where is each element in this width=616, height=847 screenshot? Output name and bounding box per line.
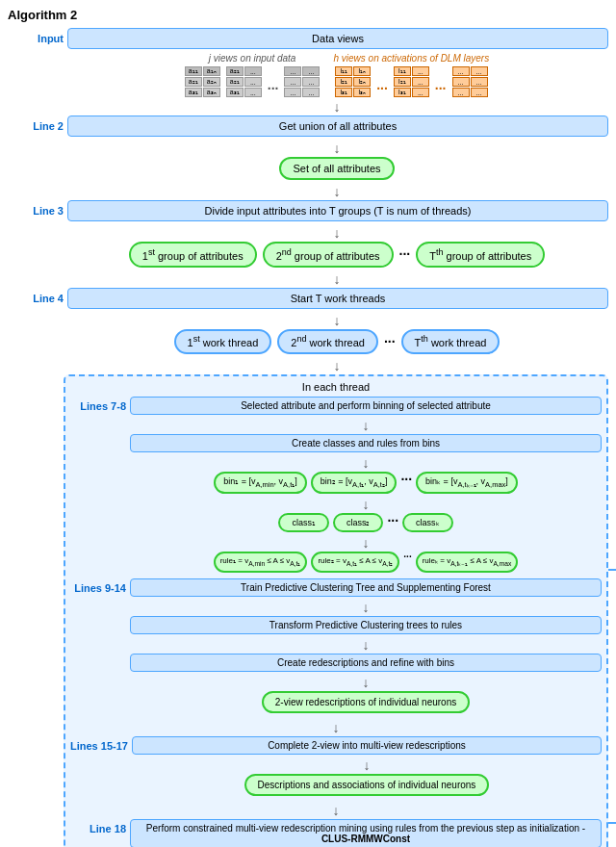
desc-assoc-neurons-row: Descriptions and associations of individ… (132, 774, 602, 796)
lines914-block: Lines 9-14 Train Predictive Clustering T… (70, 578, 602, 717)
input-box: Data views (67, 28, 608, 49)
arrow-13: ↓ (130, 637, 602, 653)
set-all-attrs-oval: Set of all attributes (279, 157, 394, 180)
threads-dots: ··· (384, 334, 396, 349)
lines914-box1: Train Predictive Clustering Tree and Sup… (130, 578, 602, 597)
lines1517-label: Lines 15-17 (70, 736, 128, 752)
view-table-1: a₁₁a₁ₙ a₂₁a₂ₙ a₃₁a₃ₙ (185, 66, 220, 97)
group1-oval: 1st group of attributes (129, 242, 257, 268)
thread1-label: 1st work thread (188, 337, 259, 348)
view-table-o1: l₁₁l₁ₙ l₂₁l₂ₙ l₃₁l₃ₙ (335, 66, 371, 97)
in-each-thread-label: In each thread (70, 381, 602, 393)
lines1517-box: Complete 2-view into multi-view redescri… (132, 736, 602, 755)
view-table-2: a₂₁... a₂₁... a₃₁... (226, 66, 262, 97)
line18-box: Perform constrained multi-view redescrip… (130, 819, 602, 847)
line4-box: Start T work threads (67, 288, 608, 309)
lines78-block: Lines 7-8 Selected attribute and perform… (70, 397, 602, 575)
class2-oval: class₂ (333, 513, 384, 532)
view-table-oh: ...... ...... ...... (452, 66, 488, 97)
lines914-label: Lines 9-14 (70, 578, 126, 594)
two-view-row: 2-view redescriptions of individual neur… (130, 691, 602, 713)
lines78-box1: Selected attribute and perform binning o… (130, 397, 602, 415)
rules-row: rule₁ = vA,min ≤ A ≤ vA,t₁ rule₂ = vA,t₁… (130, 552, 602, 573)
arrow-1: ↓ (65, 99, 608, 115)
bin1-oval: bin₁ = [vA,min, vA,t₁] (214, 472, 307, 494)
line3-row: Line 3 Divide input attributes into T gr… (8, 200, 608, 221)
view-table-o2: l₁₁... l₂₁... l₃₁... (394, 66, 429, 97)
line2-row: Line 2 Get union of all attributes (8, 116, 608, 137)
arrow-3: ↓ (65, 184, 608, 199)
line4-label: Line 4 (8, 293, 64, 304)
arrow-12: ↓ (130, 600, 602, 615)
lines78-boxes: Selected attribute and perform binning o… (130, 397, 602, 415)
arrow-16: ↓ (132, 757, 602, 773)
groups-dots: ··· (399, 246, 411, 262)
line2-box: Get union of all attributes (67, 116, 608, 137)
classk-oval: classₖ (402, 513, 453, 532)
groupT-oval: Tth group of attributes (416, 242, 545, 268)
rules-dots: ··· (403, 552, 411, 573)
arrow-17: ↓ (70, 803, 602, 818)
line18-block: Line 18 Perform constrained multi-view r… (70, 819, 602, 847)
bins-dots: ··· (400, 472, 412, 494)
thread1-oval: 1st work thread (174, 329, 272, 355)
lines914-box3: Create redescriptions and refine with bi… (130, 654, 602, 672)
bin2-oval: bin₂ = [vA,t₁, vA,t₂] (311, 472, 398, 494)
arrow-8: ↓ (130, 418, 602, 433)
line2-label: Line 2 (8, 120, 64, 132)
arrow-10: ↓ (130, 497, 602, 512)
line3-box: Divide input attributes into T groups (T… (67, 200, 608, 221)
bins-row: bin₁ = [vA,min, vA,t₁] bin₂ = [vA,t₁, vA… (130, 472, 602, 494)
input-label: Input (8, 33, 64, 44)
threadT-oval: Tth work thread (401, 329, 500, 355)
threads-row: 1st work thread 2nd work thread ··· Tth … (65, 329, 608, 355)
rule1-oval: rule₁ = vA,min ≤ A ≤ vA,t₁ (214, 552, 308, 573)
arrow-5: ↓ (65, 271, 608, 287)
algorithm-title: Algorithm 2 (8, 8, 608, 22)
two-view-oval: 2-view redescriptions of individual neur… (262, 691, 470, 713)
algorithm-container: Algorithm 2 Input Data views j views on … (8, 8, 608, 847)
arrow-9: ↓ (130, 455, 602, 471)
rule2-oval: rule₂ = vA,t₁ ≤ A ≤ vA,t₂ (311, 552, 399, 573)
group2-label: 2nd group of attributes (276, 250, 380, 262)
thread-content-spacer (8, 374, 64, 847)
line18-label: Line 18 (70, 819, 126, 834)
line3-label: Line 3 (8, 205, 64, 217)
lines78-label: Lines 7-8 (70, 397, 126, 412)
lines1517-content: Complete 2-view into multi-view redescri… (132, 736, 602, 800)
lines914-box2: Transform Predictive Clustering trees to… (130, 616, 602, 634)
rulek-oval: ruleₖ = vA,tₖ₋₁ ≤ A ≤ vA,max (416, 552, 519, 573)
group1-label: 1st group of attributes (142, 250, 244, 262)
arrow-14: ↓ (130, 675, 602, 690)
classes-row: class₁ class₂ ··· classₖ (130, 513, 602, 532)
input-row: Input Data views (8, 28, 608, 49)
lines1517-block: Lines 15-17 Complete 2-view into multi-v… (70, 736, 602, 800)
thread2-label: 2nd work thread (291, 337, 365, 348)
classes-dots: ··· (387, 513, 398, 532)
views-illustration-row: j views on input data a₁₁a₁ₙ a₂₁a₂ₙ a₃₁a… (65, 53, 608, 97)
threadT-label: Tth work thread (415, 337, 487, 348)
groupT-label: Tth group of attributes (429, 250, 531, 262)
line4-row: Line 4 Start T work threads (8, 288, 608, 309)
lines78-content: Selected attribute and perform binning o… (130, 397, 602, 575)
arrow-2: ↓ (65, 141, 608, 156)
thread-content-wrapper: In each thread Lines 7-8 Selected attrib… (8, 374, 608, 847)
arrow-11: ↓ (130, 535, 602, 551)
arrow-6: ↓ (65, 313, 608, 328)
perform-side-label: Perform for each attribute in a group (608, 569, 616, 823)
arrow-4: ↓ (65, 225, 608, 241)
view-table-j: ...... ...... ...... (284, 66, 320, 97)
views-h-label: h views on activations of DLM layers (333, 53, 489, 64)
line18-content: Perform constrained multi-view redescrip… (130, 819, 602, 847)
arrow-15: ↓ (70, 720, 602, 735)
thread2-oval: 2nd work thread (277, 329, 378, 355)
thread-content-box: In each thread Lines 7-8 Selected attrib… (64, 374, 608, 847)
lines78-box2: Create classes and rules from bins (130, 434, 602, 452)
bink-oval: binₖ = [vA,tₖ₋₁, vA,max] (416, 472, 518, 494)
desc-assoc-neurons-oval: Descriptions and associations of individ… (244, 774, 490, 796)
lines914-content: Train Predictive Clustering Tree and Sup… (130, 578, 602, 717)
group2-oval: 2nd group of attributes (263, 242, 394, 268)
groups-row: 1st group of attributes 2nd group of att… (65, 242, 608, 268)
views-j-label: j views on input data (209, 53, 296, 64)
class1-oval: class₁ (278, 513, 329, 532)
